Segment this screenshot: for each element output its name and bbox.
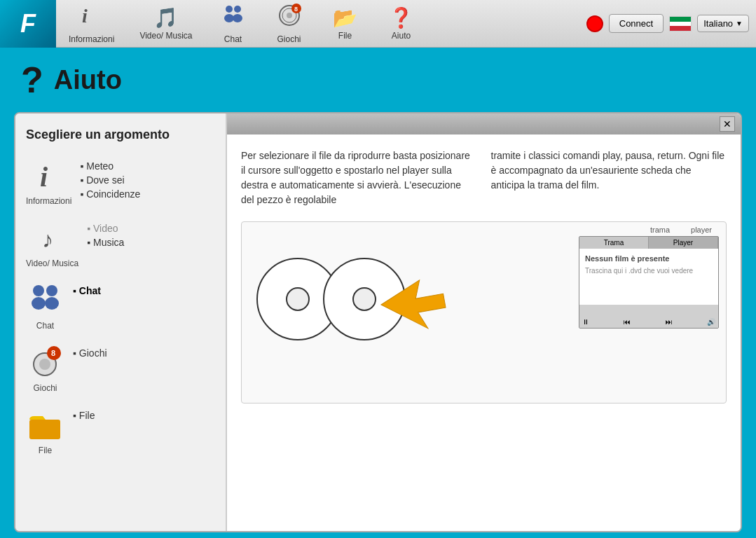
svg-point-15 [46, 285, 57, 296]
record-button[interactable] [586, 15, 603, 32]
sidebar-icon-chat [26, 281, 64, 319]
player-volume-icon: 🔊 [707, 318, 715, 326]
svg-point-2 [224, 14, 234, 22]
language-label: Italiano [703, 18, 733, 29]
sidebar-link-musica[interactable]: ▪ Musica [87, 237, 124, 248]
sidebar-section-video-musica: ♪ Video/ Musica ▪ Video ▪ Musica [26, 219, 215, 268]
svg-point-26 [353, 288, 376, 310]
sidebar-link-meteo[interactable]: ▪ Meteo [80, 160, 140, 172]
sidebar-title: Scegliere un argomento [26, 127, 215, 142]
toolbar-label-informazioni: Informazioni [69, 34, 114, 44]
player-mockup: Trama Player Nessun film è presente Tras… [579, 236, 719, 329]
toolbar-label-giochi: Giochi [277, 34, 301, 44]
page-title: Aiuto [54, 65, 122, 95]
informazioni-icon: i [79, 3, 104, 33]
svg-point-4 [233, 14, 242, 22]
sidebar-link-chat[interactable]: ▪ Chat [73, 285, 101, 296]
sidebar-links-giochi: ▪ Giochi [73, 343, 107, 359]
player-no-film: Nessun film è presente [585, 254, 713, 263]
player-drag-text: Trascina qui i .dvd che vuoi vedere [585, 267, 713, 275]
video-musica-icon: 🎵 [153, 6, 178, 29]
aiuto-icon: ❓ [389, 6, 413, 29]
player-next-button[interactable]: ⏭ [666, 318, 673, 326]
sidebar-link-video[interactable]: ▪ Video [87, 223, 124, 234]
giochi-icon: 8 [277, 3, 302, 33]
svg-text:♪: ♪ [42, 227, 53, 252]
discs-svg [256, 243, 452, 355]
sidebar-section-chat: Chat ▪ Chat [26, 281, 215, 331]
sidebar-link-giochi[interactable]: ▪ Giochi [73, 347, 107, 359]
svg-point-8 [287, 13, 292, 18]
toolbar-item-informazioni[interactable]: i Informazioni [56, 0, 127, 47]
player-tab-player[interactable]: Player [649, 237, 718, 249]
sidebar-link-file[interactable]: ▪ File [73, 410, 95, 421]
connect-button[interactable]: Connect [609, 14, 664, 33]
illustration: trama player Trama Player Nessun film è … [241, 221, 727, 404]
player-body: Nessun film è presente Trascina qui i .d… [579, 249, 718, 305]
player-progress-bar[interactable] [579, 308, 718, 313]
help-titlebar: ✕ [227, 113, 741, 134]
sidebar-icon-col-giochi: 8 Giochi [26, 343, 64, 393]
sidebar-link-coincidenze[interactable]: ▪ Coincidenze [80, 188, 140, 200]
sidebar-icon-informazioni: i [29, 156, 68, 195]
player-pause-button[interactable]: ⏸ [582, 318, 589, 326]
file-icon: 📂 [333, 6, 357, 29]
dropdown-arrow-icon: ▼ [736, 20, 743, 27]
sidebar-links-informazioni: ▪ Meteo ▪ Dove sei ▪ Coincidenze [80, 156, 140, 200]
page-header: ? Aiuto [0, 48, 756, 112]
sidebar-icon-col-informazioni: i Informazioni [26, 156, 71, 206]
sidebar-label-informazioni: Informazioni [26, 196, 71, 206]
help-text-left: Per selezionare il file da riprodurre ba… [241, 149, 477, 207]
sidebar-icon-video-musica: ♪ [33, 219, 71, 257]
toolbar-item-video-musica[interactable]: 🎵 Video/ Musica [127, 0, 205, 47]
toolbar-right: Connect Italiano ▼ [586, 14, 749, 33]
help-body: Per selezionare il file da riprodurre ba… [227, 134, 741, 531]
sidebar-links-file: ▪ File [73, 406, 95, 421]
sidebar-section-file: File ▪ File [26, 406, 215, 455]
toolbar-label-chat: Chat [224, 34, 242, 44]
svg-point-16 [45, 297, 59, 310]
language-selector[interactable]: Italiano ▼ [697, 15, 749, 32]
player-tabs: Trama Player [579, 237, 718, 249]
content-panel: Scegliere un argomento i Informazioni ▪ … [14, 112, 742, 532]
svg-point-24 [287, 288, 309, 310]
sidebar-label-video-musica: Video/ Musica [26, 258, 78, 268]
toolbar-item-file[interactable]: 📂 File [317, 0, 373, 47]
help-area: ✕ Per selezionare il file da riprodurre … [226, 113, 741, 531]
sidebar: Scegliere un argomento i Informazioni ▪ … [15, 113, 226, 531]
svg-rect-5 [221, 3, 246, 28]
toolbar-item-giochi[interactable]: 8 Giochi [261, 0, 317, 47]
toolbar-item-chat[interactable]: Chat [205, 0, 261, 47]
svg-text:i: i [82, 5, 88, 27]
toolbar-label-file: File [338, 31, 352, 41]
svg-point-18 [39, 359, 50, 370]
toolbar-label-aiuto: Aiuto [392, 31, 411, 41]
chat-icon [221, 3, 246, 33]
sidebar-icon-col-file: File [26, 406, 64, 455]
logo-letter: F [20, 9, 36, 39]
player-prev-button[interactable]: ⏮ [624, 318, 631, 326]
close-button[interactable]: ✕ [720, 116, 735, 132]
toolbar: F i Informazioni 🎵 Video/ Musica [0, 0, 756, 48]
sidebar-icon-giochi: 8 [26, 343, 64, 382]
sidebar-icon-file [26, 406, 64, 444]
flag-icon [669, 16, 692, 32]
sidebar-icon-col-chat: Chat [26, 281, 64, 331]
logo: F [0, 0, 56, 48]
svg-text:8: 8 [51, 349, 55, 357]
sidebar-section-giochi: 8 Giochi ▪ Giochi [26, 343, 215, 393]
toolbar-item-aiuto[interactable]: ❓ Aiuto [373, 0, 429, 47]
player-tab-trama[interactable]: Trama [579, 237, 649, 249]
help-question-mark: ? [21, 62, 43, 98]
svg-text:8: 8 [294, 6, 298, 13]
help-text-right: tramite i classici comandi play, pausa, … [491, 149, 727, 207]
sidebar-link-dove-sei[interactable]: ▪ Dove sei [80, 174, 140, 186]
help-text: Per selezionare il file da riprodurre ba… [241, 149, 727, 207]
player-controls: ⏸ ⏮ ⏭ 🔊 [579, 316, 718, 328]
toolbar-label-video-musica: Video/ Musica [139, 31, 192, 41]
sidebar-links-chat: ▪ Chat [73, 281, 101, 296]
sidebar-label-chat: Chat [36, 321, 54, 331]
svg-point-3 [234, 6, 241, 13]
svg-point-1 [226, 6, 233, 13]
sidebar-section-informazioni: i Informazioni ▪ Meteo ▪ Dove sei ▪ Coin… [26, 156, 215, 206]
